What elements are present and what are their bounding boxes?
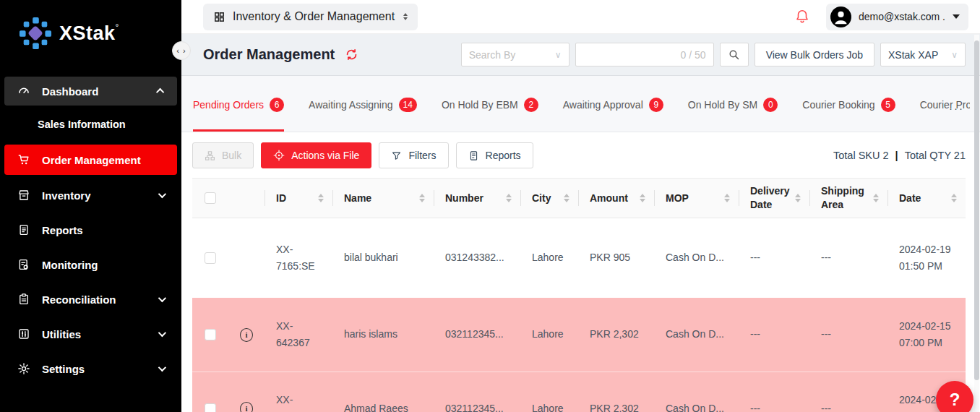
refresh-icon[interactable] xyxy=(345,48,358,61)
chevron-down-icon xyxy=(158,364,166,372)
sort-icon[interactable] xyxy=(724,194,730,202)
sidebar-nav: Dashboard Sales Information Order Manage… xyxy=(0,65,181,383)
more-tabs-button[interactable]: ··· xyxy=(949,102,964,114)
sidebar-item-monitoring[interactable]: Monitoring xyxy=(4,250,177,279)
info-icon[interactable] xyxy=(240,402,253,412)
chevron-down-icon: ∨ xyxy=(555,50,562,60)
column-header-number[interactable]: Number xyxy=(434,179,520,218)
sort-icon[interactable] xyxy=(419,194,425,202)
sidebar-item-order-management[interactable]: Order Management xyxy=(4,145,177,175)
tab-on-hold-by-sm[interactable]: On Hold By SM0 xyxy=(688,91,778,132)
column-header-date[interactable]: Date xyxy=(887,179,966,218)
total-sku: Total SKU 2 xyxy=(833,150,889,161)
chevron-down-icon xyxy=(158,329,166,337)
cell-mop: Cash On D... xyxy=(654,326,739,343)
select-all-checkbox[interactable] xyxy=(205,192,216,204)
view-bulk-orders-job-button[interactable]: View Bulk Orders Job xyxy=(755,43,874,66)
orders-card: Bulk Actions via File Filters Reports To… xyxy=(181,132,980,412)
column-header-shipping-area[interactable]: Shipping Area xyxy=(809,179,887,218)
sidebar-item-label: Settings xyxy=(42,363,85,375)
cell-id: XX-642367 xyxy=(265,318,332,351)
totals-separator: | xyxy=(895,150,898,161)
cell-amount: PKR 2,302 xyxy=(578,326,654,343)
column-header-city[interactable]: City xyxy=(520,179,578,218)
column-header-mop[interactable]: MOP xyxy=(654,179,739,218)
tab-courier-booking[interactable]: Courier Booking5 xyxy=(802,91,895,132)
sidebar-item-inventory[interactable]: Inventory xyxy=(4,181,177,210)
page-title: Order Management xyxy=(203,46,335,63)
search-button[interactable] xyxy=(720,43,749,66)
help-button[interactable]: ? xyxy=(936,381,973,412)
cell-mop: Cash On D... xyxy=(654,400,739,412)
sidebar-item-utilities[interactable]: Utilities xyxy=(4,319,177,348)
sidebar-item-reports[interactable]: Reports xyxy=(4,215,177,244)
tab-on-hold-by-ebm[interactable]: On Hold By EBM2 xyxy=(442,91,538,132)
column-header-amount[interactable]: Amount xyxy=(578,179,654,218)
reports-button[interactable]: Reports xyxy=(456,142,533,168)
cell-city: Lahore xyxy=(520,249,578,266)
sidebar-item-dashboard[interactable]: Dashboard xyxy=(4,77,177,106)
sort-icon[interactable] xyxy=(873,194,879,202)
monitoring-icon xyxy=(17,258,30,271)
sidebar-item-reconciliation[interactable]: Reconciliation xyxy=(4,285,177,314)
tab-label: On Hold By EBM xyxy=(442,99,518,111)
cell-delivery-date: --- xyxy=(739,400,809,412)
bell-icon[interactable] xyxy=(794,9,810,25)
row-checkbox[interactable] xyxy=(205,403,216,412)
sidebar-item-label: Monitoring xyxy=(42,259,98,271)
app-switcher[interactable]: Inventory & Order Management xyxy=(203,4,418,30)
info-icon[interactable] xyxy=(240,328,253,342)
row-checkbox[interactable] xyxy=(205,329,216,340)
tab-awaiting-approval[interactable]: Awaiting Approval9 xyxy=(563,91,663,132)
funnel-icon xyxy=(391,150,402,161)
sidebar-item-label: Order Management xyxy=(42,154,141,166)
vertical-scrollbar[interactable] xyxy=(974,35,979,412)
tab-awaiting-assigning[interactable]: Awaiting Assigning14 xyxy=(309,91,417,132)
app-switcher-label: Inventory & Order Management xyxy=(233,10,395,23)
bulk-button[interactable]: Bulk xyxy=(192,142,254,168)
column-header-id[interactable]: ID xyxy=(265,179,332,218)
sort-icon[interactable] xyxy=(640,194,645,202)
cell-id: XX-889708 xyxy=(265,392,332,412)
column-header-delivery-date[interactable]: Delivery Date xyxy=(739,179,809,218)
row-checkbox[interactable] xyxy=(205,252,216,264)
sort-icon[interactable] xyxy=(564,194,569,202)
sort-icon[interactable] xyxy=(951,194,957,202)
filters-button-label: Filters xyxy=(408,150,436,161)
tab-count-badge: 9 xyxy=(649,98,663,112)
cell-id: XX-7165:SE xyxy=(265,241,332,275)
table-row[interactable]: XX-7165:SE bilal bukhari 031243382... La… xyxy=(192,218,966,298)
cell-shipping-area: --- xyxy=(809,400,887,412)
tab-count-badge: 5 xyxy=(881,98,895,112)
sidebar-item-sales-information[interactable]: Sales Information xyxy=(0,114,181,134)
sort-icon[interactable] xyxy=(506,194,512,202)
tab-count-badge: 2 xyxy=(524,98,538,112)
xap-select[interactable]: XStak XAP ∨ xyxy=(880,43,966,66)
sidebar-item-settings[interactable]: Settings xyxy=(4,354,177,383)
search-by-placeholder: Search By xyxy=(469,49,516,61)
table-row[interactable]: XX-642367 haris islams 032112345... Laho… xyxy=(192,298,966,372)
logo-trademark: ° xyxy=(116,22,119,33)
logo[interactable]: XStak° xyxy=(0,0,181,55)
sort-icon[interactable] xyxy=(318,194,324,202)
search-by-select[interactable]: Search By ∨ xyxy=(461,43,569,66)
table-header-row: ID Name Number City Amount MOP Delivery … xyxy=(192,178,966,218)
search-input[interactable]: 0 / 50 xyxy=(575,43,714,66)
sidebar-item-label: Inventory xyxy=(42,189,91,202)
sitemap-icon xyxy=(205,150,215,161)
xap-select-value: XStak XAP xyxy=(888,49,938,61)
column-header-name[interactable]: Name xyxy=(332,179,434,218)
sort-icon[interactable] xyxy=(795,194,801,202)
table-row[interactable]: XX-889708 Ahmad Raees 032112345... Lahor… xyxy=(192,372,966,412)
sliders-icon xyxy=(17,327,30,340)
scrollbar-thumb[interactable] xyxy=(974,40,979,380)
sidebar-collapse-button[interactable]: ‹ › xyxy=(172,41,191,60)
user-menu[interactable]: demo@xstak.com . xyxy=(826,4,968,30)
updown-icon xyxy=(403,13,408,20)
tab-pending-orders[interactable]: Pending Orders6 xyxy=(193,91,284,132)
tab-label: Awaiting Assigning xyxy=(309,99,392,111)
table-toolbar: Bulk Actions via File Filters Reports To… xyxy=(192,142,966,168)
actions-via-file-button[interactable]: Actions via File xyxy=(261,142,371,168)
grid-icon xyxy=(213,11,225,23)
filters-button[interactable]: Filters xyxy=(379,142,448,168)
